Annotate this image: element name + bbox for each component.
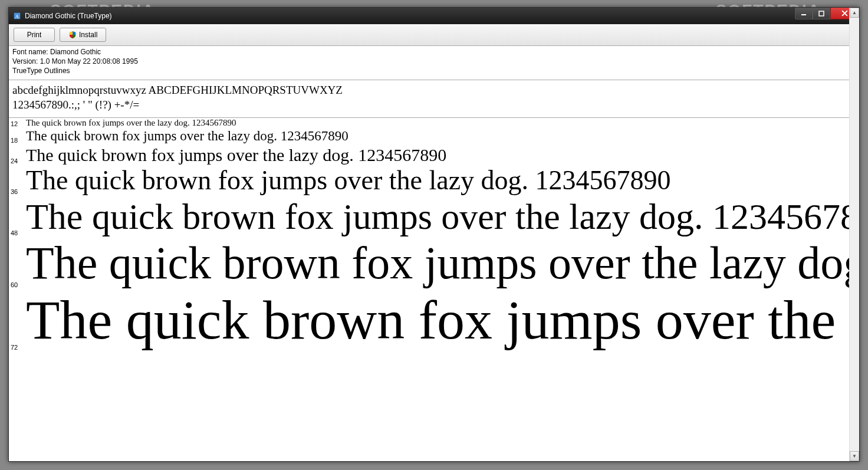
sample-size-label: 18 — [11, 137, 26, 145]
content-area: Font name: Diamond Gothic Version: 1.0 M… — [9, 46, 859, 461]
outline-line: TrueType Outlines — [12, 66, 846, 75]
scroll-down-button[interactable]: ▼ — [850, 451, 859, 461]
print-button-label: Print — [27, 31, 42, 39]
install-button-label: Install — [79, 31, 97, 39]
svg-rect-3 — [819, 11, 824, 16]
print-button[interactable]: Print — [14, 28, 55, 42]
sample-text: The quick brown fox jumps over the lazy … — [26, 290, 849, 351]
font-metadata: Font name: Diamond Gothic Version: 1.0 M… — [9, 46, 849, 78]
sample-size-label: 72 — [11, 344, 26, 352]
sample-row: 24The quick brown fox jumps over the laz… — [9, 145, 849, 166]
font-viewer-window: A Diamond Gothic (TrueType) Print — [8, 7, 860, 462]
svg-rect-2 — [801, 14, 806, 15]
font-name-line: Font name: Diamond Gothic — [12, 47, 846, 57]
sample-size-label: 48 — [11, 229, 26, 238]
sample-text: The quick brown fox jumps over the lazy … — [26, 196, 849, 238]
sample-text: The quick brown fox jumps over the lazy … — [26, 129, 348, 144]
svg-text:A: A — [15, 14, 19, 19]
sample-size-label: 60 — [11, 281, 26, 290]
version-line: Version: 1.0 Mon May 22 20:08:08 1995 — [12, 57, 846, 66]
character-set: abcdefghijklmnopqrstuvwxyz ABCDEFGHIJKLM… — [9, 80, 849, 116]
charset-lowercase-uppercase: abcdefghijklmnopqrstuvwxyz ABCDEFGHIJKLM… — [12, 83, 846, 98]
sample-text: The quick brown fox jumps over the lazy … — [26, 166, 671, 197]
sample-row: 18The quick brown fox jumps over the laz… — [9, 129, 849, 144]
sample-row: 36The quick brown fox jumps over the laz… — [9, 166, 849, 197]
sample-row: 48The quick brown fox jumps over the laz… — [9, 196, 849, 238]
sample-size-label: 12 — [11, 120, 26, 129]
sample-size-label: 24 — [11, 157, 26, 166]
install-button[interactable]: Install — [60, 28, 106, 42]
sample-text: The quick brown fox jumps over the lazy … — [26, 238, 849, 290]
sample-row: 60The quick brown fox jumps over the laz… — [9, 238, 849, 290]
sample-size-label: 36 — [11, 188, 26, 196]
vertical-scrollbar[interactable]: ▲ ▼ — [849, 46, 859, 461]
window-title: Diamond Gothic (TrueType) — [25, 12, 112, 20]
titlebar[interactable]: A Diamond Gothic (TrueType) — [9, 8, 859, 24]
sample-list: 12The quick brown fox jumps over the laz… — [9, 118, 849, 461]
minimize-button[interactable] — [795, 8, 813, 19]
sample-row: 72The quick brown fox jumps over the laz… — [9, 290, 849, 351]
maximize-button[interactable] — [813, 8, 830, 19]
shield-icon — [68, 31, 77, 39]
charset-digits-symbols: 1234567890.:,; ' " (!?) +-*/= — [12, 97, 846, 113]
sample-row: 12The quick brown fox jumps over the laz… — [9, 118, 849, 129]
sample-text: The quick brown fox jumps over the lazy … — [26, 118, 236, 129]
toolbar: Print Install — [9, 24, 859, 46]
app-icon: A — [12, 11, 22, 21]
sample-text: The quick brown fox jumps over the lazy … — [26, 145, 446, 166]
